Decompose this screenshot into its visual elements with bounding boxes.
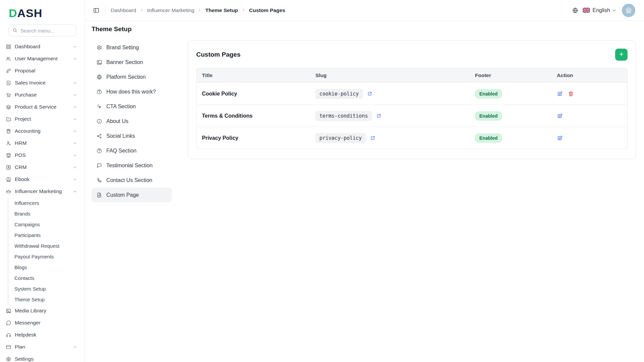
breadcrumb: Dashboard Influencer Marketing Theme Set…	[111, 7, 285, 13]
page-row-title: Terms & Conditions	[202, 113, 253, 119]
sidebar-item-pos[interactable]: POS	[0, 149, 85, 161]
sidebar-subitem-theme-setup[interactable]: Theme Setup	[14, 294, 85, 305]
globe-icon[interactable]	[572, 7, 579, 14]
chevron-down-icon	[73, 105, 77, 109]
chevron-right-icon	[241, 8, 246, 12]
breadcrumb-theme-setup[interactable]: Theme Setup	[205, 7, 238, 13]
chevron-down-icon	[612, 8, 616, 13]
theme-menu-testimonial-section[interactable]: Testimonial Section	[92, 158, 172, 173]
sidebar-item-label: Dashboard	[15, 44, 73, 50]
proposal-icon	[6, 68, 11, 74]
sidebar-item-label: Purchase	[15, 92, 73, 98]
sidebar-subitem-brands[interactable]: Brands	[14, 208, 85, 219]
sidebar-item-influencer-marketing[interactable]: Influencer Marketing	[0, 185, 85, 197]
sidebar-item-label: Ebook	[15, 176, 73, 182]
sidebar: DASH Dashboard User Management Proposal …	[0, 0, 85, 362]
sidebar-item-purchase[interactable]: Purchase	[0, 89, 85, 101]
breadcrumb-influencer-marketing[interactable]: Influencer Marketing	[147, 7, 194, 13]
content: Theme Setup Brand Setting Banner Section…	[85, 21, 644, 362]
external-link-icon[interactable]	[367, 91, 373, 97]
sidebar-item-label: CRM	[15, 164, 73, 170]
brand-logo-d: D	[9, 7, 17, 19]
crown-icon	[6, 189, 11, 194]
sidebar-item-proposal[interactable]: Proposal	[0, 65, 85, 77]
sidebar-item-media-library[interactable]: Media Library	[0, 305, 85, 317]
sidebar-item-product-service[interactable]: Product & Service	[0, 101, 85, 113]
theme-menu-banner-section[interactable]: Banner Section	[92, 55, 172, 70]
chevron-up-icon	[73, 189, 77, 194]
sidebar-item-label: Product & Service	[15, 104, 73, 110]
gear-icon	[96, 45, 102, 51]
sidebar-toggle-icon[interactable]	[93, 7, 100, 14]
delete-button[interactable]	[568, 91, 574, 97]
sidebar-item-label: POS	[15, 152, 73, 158]
sidebar-item-helpdesk[interactable]: Helpdesk	[0, 329, 85, 341]
add-page-button[interactable]: +	[615, 49, 628, 61]
sidebar-subitem-blogs[interactable]: Blogs	[14, 262, 85, 273]
sidebar-subitem-contacts[interactable]: Contacts	[14, 273, 85, 283]
theme-menu-contact-us-section[interactable]: Contact Us Section	[92, 173, 172, 188]
external-link-icon[interactable]	[376, 113, 382, 119]
theme-menu-social-links[interactable]: Social Links	[92, 129, 172, 143]
chevron-down-icon	[73, 45, 77, 49]
main-area: Dashboard Influencer Marketing Theme Set…	[85, 0, 644, 362]
sidebar-item-crm[interactable]: CRM	[0, 161, 85, 173]
theme-menu-cta-section[interactable]: CTA Section	[92, 99, 172, 114]
sidebar-subitem-campaigns[interactable]: Campaigns	[14, 219, 85, 230]
sidebar-subitem-payout-payments[interactable]: Payout Payments	[14, 251, 85, 262]
theme-menu-faq-section[interactable]: FAQ Section	[92, 143, 172, 158]
sidebar-item-messenger[interactable]: Messenger	[0, 317, 85, 329]
sidebar-subitem-system-setup[interactable]: System Setup	[14, 283, 85, 294]
avatar[interactable]	[622, 4, 635, 17]
sidebar-item-user-management[interactable]: User Management	[0, 53, 85, 65]
edit-icon	[557, 91, 563, 97]
folder-icon	[6, 116, 11, 122]
edit-button[interactable]	[557, 135, 563, 141]
edit-button[interactable]	[557, 113, 563, 119]
page-row-title: Cookie Policy	[202, 91, 237, 97]
sidebar-subitem-participants[interactable]: Participants	[14, 230, 85, 240]
status-badge: Enabled	[475, 133, 502, 143]
avatar-building-icon	[624, 6, 633, 15]
external-link-icon[interactable]	[370, 135, 376, 141]
sidebar-item-ebook[interactable]: Ebook	[0, 173, 85, 185]
theme-menu-about-us[interactable]: About Us	[92, 114, 172, 129]
theme-menu-platform-section[interactable]: Platform Section	[92, 70, 172, 84]
brand-logo[interactable]: DASH	[0, 6, 85, 24]
person-icon	[6, 140, 11, 146]
grid-icon	[6, 44, 11, 50]
sidebar-item-accounting[interactable]: Accounting	[0, 125, 85, 137]
edit-button[interactable]	[557, 91, 563, 97]
sidebar-subitem-influencers[interactable]: Influencers	[14, 197, 85, 208]
sidebar-item-settings[interactable]: Settings	[0, 353, 85, 362]
custom-pages-card: Custom Pages + Title Slug Footer Action	[188, 40, 636, 159]
info-circle-icon	[96, 118, 102, 124]
theme-setup-menu: Brand Setting Banner Section Platform Se…	[92, 40, 172, 202]
headset-icon	[6, 332, 11, 338]
sidebar-subitem-withdrawal-request[interactable]: Withdrawal Request	[14, 240, 85, 251]
card-title: Custom Pages	[196, 51, 240, 58]
page-title: Theme Setup	[92, 25, 636, 33]
sidebar-item-label: Sales Invoice	[15, 80, 73, 86]
search-input[interactable]	[9, 24, 76, 37]
file-text-icon	[96, 192, 102, 198]
layers-icon	[6, 104, 11, 110]
theme-menu-custom-page[interactable]: Custom Page	[92, 188, 172, 202]
chevron-down-icon	[73, 93, 77, 97]
sidebar-item-label: Influencer Marketing	[15, 188, 73, 194]
chevron-right-icon	[198, 8, 202, 12]
breadcrumb-dashboard[interactable]: Dashboard	[111, 7, 136, 13]
store-icon	[6, 153, 11, 158]
chevron-down-icon	[73, 165, 77, 170]
brand-logo-rest: ASH	[17, 7, 43, 19]
sidebar-item-sales-invoice[interactable]: Sales Invoice	[0, 77, 85, 89]
sidebar-item-project[interactable]: Project	[0, 113, 85, 125]
language-selector[interactable]: English	[593, 7, 616, 13]
sidebar-item-plan[interactable]: Plan	[0, 341, 85, 353]
sidebar-item-dashboard[interactable]: Dashboard	[0, 41, 85, 53]
id-card-icon	[6, 165, 11, 170]
theme-menu-brand-setting[interactable]: Brand Setting	[92, 40, 172, 55]
sidebar-item-hrm[interactable]: HRM	[0, 137, 85, 149]
theme-menu-how-does-this-work[interactable]: How does this work?	[92, 84, 172, 99]
language-label: English	[593, 7, 610, 13]
